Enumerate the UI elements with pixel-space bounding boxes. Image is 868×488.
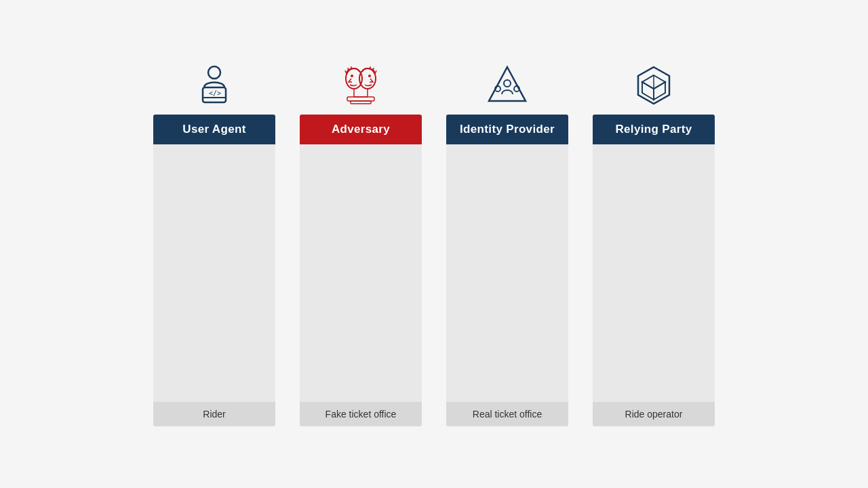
adversary-body bbox=[300, 144, 422, 402]
relying-party-footer: Ride operator bbox=[593, 402, 715, 426]
user-agent-footer: Rider bbox=[153, 402, 275, 426]
actor-relying-party: Relying Party Ride operator bbox=[593, 62, 715, 426]
adversary-icon bbox=[334, 62, 388, 109]
identity-provider-footer: Real ticket office bbox=[446, 402, 568, 426]
svg-text:</>: </> bbox=[209, 89, 221, 97]
identity-provider-header: Identity Provider bbox=[446, 115, 568, 144]
svg-point-13 bbox=[504, 80, 511, 87]
identity-provider-body bbox=[446, 144, 568, 402]
user-agent-icon: </> bbox=[187, 62, 241, 109]
svg-rect-9 bbox=[351, 101, 371, 104]
diagram-container: </> User Agent Rider bbox=[126, 48, 742, 440]
svg-point-5 bbox=[351, 75, 353, 77]
actor-identity-provider: Identity Provider Real ticket office bbox=[446, 62, 568, 426]
user-agent-body bbox=[153, 144, 275, 402]
relying-party-icon bbox=[627, 62, 681, 109]
relying-party-body bbox=[593, 144, 715, 402]
svg-point-7 bbox=[368, 75, 371, 77]
svg-rect-8 bbox=[347, 97, 374, 101]
identity-provider-icon bbox=[480, 62, 534, 109]
actor-user-agent: </> User Agent Rider bbox=[153, 62, 275, 426]
adversary-header: Adversary bbox=[300, 115, 422, 144]
user-agent-header: User Agent bbox=[153, 115, 275, 144]
svg-point-0 bbox=[208, 66, 220, 79]
relying-party-header: Relying Party bbox=[593, 115, 715, 144]
adversary-footer: Fake ticket office bbox=[300, 402, 422, 426]
actor-adversary: Adversary Fake ticket office bbox=[300, 62, 422, 426]
